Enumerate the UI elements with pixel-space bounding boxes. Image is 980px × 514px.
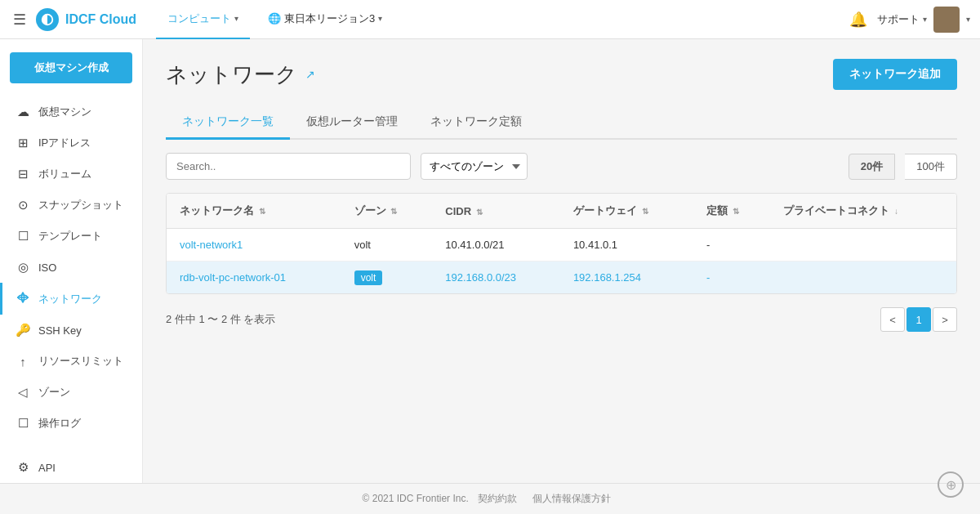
sidebar-item-label: IPアドレス [38,136,91,150]
globe-icon: 🌐 [268,12,281,25]
sidebar-item-snapshot[interactable]: ⊙ スナップショット [0,190,142,221]
pagination-page-1-button[interactable]: 1 [906,307,931,332]
sidebar-item-volume[interactable]: ⊟ ボリューム [0,159,142,190]
col-cidr-sort-icon: ⇅ [476,208,483,217]
cidr-link: 192.168.0.0/23 [445,271,516,284]
col-header-plan[interactable]: 定額 ⇅ [693,194,770,229]
cell-zone: volt [341,261,433,294]
pagination-buttons: < 1 > [880,307,957,332]
compute-label: コンピュート [167,11,231,26]
sidebar-item-zone[interactable]: ◁ ゾーン [0,377,142,408]
pagination-next-button[interactable]: > [933,307,957,332]
table-header: ネットワーク名 ⇅ ゾーン ⇅ CIDR ⇅ ゲートウェイ [167,194,956,229]
footer-privacy-link[interactable]: 個人情報保護方針 [532,493,611,504]
network-name-link[interactable]: volt-network1 [180,239,243,251]
region-label: 東日本リージョン3 [284,11,375,26]
snapshot-icon: ⊙ [16,198,30,212]
notification-bell-icon[interactable]: 🔔 [849,11,867,29]
tab-network-list[interactable]: ネットワーク一覧 [166,106,290,140]
col-header-gateway[interactable]: ゲートウェイ ⇅ [560,194,693,229]
cell-private-connect [770,229,956,261]
tab-router[interactable]: 仮想ルーター管理 [290,106,414,140]
col-name-label: ネットワーク名 [180,204,254,217]
sidebar-item-vm[interactable]: ☁ 仮想マシン [0,96,142,127]
cell-cidr: 192.168.0.0/23 [432,261,560,294]
col-header-private-connect[interactable]: プライベートコネクト ↓ [770,194,956,229]
network-table: ネットワーク名 ⇅ ゾーン ⇅ CIDR ⇅ ゲートウェイ [167,194,956,293]
pagination-info: 2 件中 1 〜 2 件 を表示 [166,312,275,327]
sidebar-item-sshkey[interactable]: 🔑 SSH Key [0,315,142,346]
footer-terms-link[interactable]: 契約約款 [478,493,517,504]
cell-zone: volt [341,229,433,261]
log-icon: ☐ [16,416,30,431]
main-layout: 仮想マシン作成 ☁ 仮想マシン ⊞ IPアドレス ⊟ ボリューム ⊙ スナップシ… [0,39,980,483]
support-chevron-icon: ▾ [923,15,927,24]
zone-select[interactable]: すべてのゾーン [421,153,528,180]
page-title-area: ネットワーク ↗ [166,60,315,89]
zone-icon: ◁ [16,385,30,400]
sidebar-item-label: スナップショット [38,198,123,212]
hamburger-menu-icon[interactable]: ☰ [10,7,29,32]
network-name-link[interactable]: rdb-volt-pc-network-01 [180,271,286,284]
zone-badge: volt [354,270,383,285]
sidebar-item-template[interactable]: ☐ テンプレート [0,221,142,252]
add-network-button[interactable]: ネットワーク追加 [833,59,957,90]
scroll-top-button[interactable]: ⊕ [938,472,964,498]
pagination-area: 2 件中 1 〜 2 件 を表示 < 1 > [166,307,957,332]
table-body: volt-network1 volt 10.41.0.0/21 10.41.0.… [167,229,956,294]
iso-icon: ◎ [16,260,30,275]
network-icon [16,291,30,306]
cell-name: volt-network1 [167,229,341,261]
sidebar-item-iso[interactable]: ◎ ISO [0,252,142,283]
sidebar-item-label: 仮想マシン [38,105,91,119]
count-20-button[interactable]: 20件 [849,154,895,180]
create-vm-button[interactable]: 仮想マシン作成 [10,52,132,83]
plan-dash-link[interactable]: - [706,271,710,284]
nav-tab-region[interactable]: 🌐 東日本リージョン3 ▾ [256,0,394,39]
sidebar-item-label: 操作ログ [38,416,81,431]
external-link-icon[interactable]: ↗ [305,68,315,81]
tab-plan[interactable]: ネットワーク定額 [414,106,538,140]
tab-bar: ネットワーク一覧 仮想ルーター管理 ネットワーク定額 [166,106,957,140]
nav-tab-compute[interactable]: コンピュート ▾ [156,0,250,39]
footer: © 2021 IDC Frontier Inc. 契約約款 個人情報保護方針 [0,483,980,514]
sidebar-item-resource[interactable]: ↑ リソースリミット [0,346,142,377]
cloud-icon: ☁ [16,105,30,119]
sidebar-item-label: ボリューム [38,167,91,181]
col-private-label: プライベートコネクト [783,204,889,217]
sidebar-item-label: リソースリミット [38,354,123,369]
col-header-zone[interactable]: ゾーン ⇅ [341,194,433,229]
sidebar: 仮想マシン作成 ☁ 仮想マシン ⊞ IPアドレス ⊟ ボリューム ⊙ スナップシ… [0,39,143,483]
support-button[interactable]: サポート ▾ [877,12,927,27]
cell-cidr: 10.41.0.0/21 [432,229,560,261]
col-plan-label: 定額 [706,204,728,217]
logo-area: IDCF Cloud [36,8,136,31]
search-input[interactable] [166,153,411,180]
sshkey-icon: 🔑 [16,323,30,337]
col-plan-sort-icon: ⇅ [733,207,739,216]
avatar[interactable] [933,7,960,33]
ip-icon: ⊞ [16,136,30,150]
sidebar-item-network[interactable]: ネットワーク [0,283,142,315]
col-header-name[interactable]: ネットワーク名 ⇅ [167,194,341,229]
gateway-link: 192.168.1.254 [573,271,641,284]
sidebar-item-api[interactable]: ⚙ API [0,452,142,483]
sidebar-item-label: ゾーン [38,385,70,400]
top-navigation: ☰ IDCF Cloud コンピュート ▾ 🌐 東日本リージョン3 ▾ 🔔 サポ… [0,0,980,39]
sidebar-item-label: SSH Key [38,324,82,337]
sidebar-item-log[interactable]: ☐ 操作ログ [0,408,142,439]
count-100-button[interactable]: 100件 [905,154,957,180]
logo-text: IDCF Cloud [65,12,136,27]
region-chevron-icon: ▾ [378,14,382,23]
sidebar-item-label: ネットワーク [38,292,102,306]
main-content: ネットワーク ↗ ネットワーク追加 ネットワーク一覧 仮想ルーター管理 ネットワ… [143,39,980,483]
col-header-cidr[interactable]: CIDR ⇅ [432,194,560,229]
template-icon: ☐ [16,229,30,244]
logo-icon [36,8,59,31]
cell-gateway: 10.41.0.1 [560,229,693,261]
table-row: volt-network1 volt 10.41.0.0/21 10.41.0.… [167,229,956,261]
sidebar-item-label: ISO [38,261,56,274]
pagination-prev-button[interactable]: < [880,307,905,332]
network-table-container: ネットワーク名 ⇅ ゾーン ⇅ CIDR ⇅ ゲートウェイ [166,193,957,294]
sidebar-item-ip[interactable]: ⊞ IPアドレス [0,127,142,159]
